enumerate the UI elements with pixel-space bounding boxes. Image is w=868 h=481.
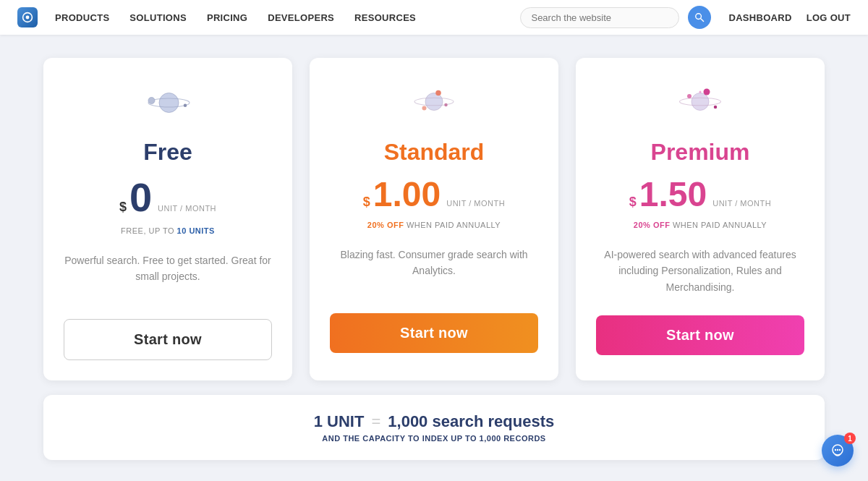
svg-line-3 (701, 19, 704, 22)
search-icon (694, 12, 705, 22)
price-unit-free: UNIT / MONTH (158, 204, 216, 213)
nav-link-developers[interactable]: DEVELOPERS (268, 12, 334, 23)
plan-name-free: Free (64, 139, 272, 166)
price-note-free-prefix: FREE, UP TO (121, 226, 177, 235)
svg-point-6 (148, 98, 155, 104)
plan-description-free: Powerful search. Free to get started. Gr… (64, 252, 272, 299)
start-now-free[interactable]: Start now (64, 319, 272, 360)
chat-icon (830, 443, 846, 459)
unit-equals: = (371, 412, 380, 431)
price-row-free: $ 0 UNIT / MONTH (64, 177, 272, 218)
price-dollar-standard: $ (363, 195, 370, 210)
svg-point-7 (184, 104, 187, 108)
search-area (520, 6, 711, 29)
nav-link-solutions[interactable]: SOLUTIONS (129, 12, 187, 23)
unit-info-box: 1 UNIT = 1,000 search requests AND THE C… (43, 395, 825, 460)
logo-icon (22, 12, 33, 23)
svg-point-8 (425, 93, 443, 111)
price-amount-free: 0 (129, 177, 152, 218)
nav-links: PRODUCTS SOLUTIONS PRICING DEVELOPERS RE… (55, 11, 416, 24)
price-row-premium: $ 1.50 UNIT / MONTH (596, 177, 804, 212)
nav-right: DASHBOARD LOG OUT (728, 12, 851, 23)
svg-point-15 (704, 89, 710, 95)
nav-link-resources[interactable]: RESOURCES (354, 12, 416, 23)
price-note-free: FREE, UP TO 10 UNITS (64, 226, 272, 235)
price-note-premium-when: WHEN PAID ANNUALLY (673, 221, 767, 229)
logout-link[interactable]: LOG OUT (807, 12, 851, 23)
nav-link-pricing[interactable]: PRICING (207, 12, 247, 23)
svg-point-22 (839, 449, 841, 451)
svg-point-20 (835, 449, 836, 451)
price-note-premium: 20% OFF WHEN PAID ANNUALLY (596, 221, 804, 229)
free-planet-icon (139, 81, 197, 124)
logo (17, 7, 38, 27)
start-now-standard[interactable]: Start now (330, 313, 538, 353)
price-note-premium-off: 20% OFF (634, 221, 673, 229)
plan-description-premium: AI-powered search with advanced features… (596, 247, 804, 295)
svg-point-11 (422, 106, 427, 111)
svg-point-17 (714, 106, 718, 109)
svg-point-13 (692, 93, 709, 111)
pricing-grid: Free $ 0 UNIT / MONTH FREE, UP TO 10 UNI… (43, 58, 825, 380)
search-input[interactable] (520, 7, 679, 28)
unit-sub: AND THE CAPACITY TO INDEX UP TO 1,000 RE… (72, 434, 796, 443)
svg-point-18 (699, 91, 702, 93)
price-note-standard-when: WHEN PAID ANNUALLY (407, 221, 501, 229)
svg-point-21 (837, 449, 838, 451)
standard-planet-icon (405, 81, 463, 124)
plan-name-premium: Premium (596, 139, 804, 166)
plan-card-free: Free $ 0 UNIT / MONTH FREE, UP TO 10 UNI… (43, 58, 292, 380)
nav-item-pricing[interactable]: PRICING (207, 11, 247, 24)
nav-item-products[interactable]: PRODUCTS (55, 11, 109, 24)
dashboard-link[interactable]: DASHBOARD (728, 12, 791, 23)
price-amount-standard: 1.00 (373, 177, 441, 212)
chat-badge: 1 (844, 433, 856, 444)
price-note-free-value: 10 UNITS (177, 226, 215, 235)
price-dollar-free: $ (119, 200, 127, 215)
nav-link-products[interactable]: PRODUCTS (55, 12, 109, 23)
start-now-premium[interactable]: Start now (596, 315, 804, 355)
price-row-standard: $ 1.00 UNIT / MONTH (330, 177, 538, 212)
svg-point-1 (26, 16, 30, 20)
plan-description-standard: Blazing fast. Consumer grade search with… (330, 247, 538, 293)
premium-planet-icon (671, 81, 729, 124)
main-content: Free $ 0 UNIT / MONTH FREE, UP TO 10 UNI… (0, 35, 868, 477)
price-unit-premium: UNIT / MONTH (712, 199, 771, 208)
price-dollar-premium: $ (629, 195, 637, 210)
search-button[interactable] (688, 6, 711, 29)
unit-sub-prefix: AND THE CAPACITY TO INDEX UP TO (322, 434, 477, 443)
price-note-standard: 20% OFF WHEN PAID ANNUALLY (330, 221, 538, 229)
unit-sub-value: 1,000 RECORDS (480, 434, 546, 443)
svg-point-4 (159, 93, 179, 113)
price-note-standard-off: 20% OFF (367, 221, 407, 229)
plan-card-standard: Standard $ 1.00 UNIT / MONTH 20% OFF WHE… (310, 58, 558, 380)
nav-item-resources[interactable]: RESOURCES (354, 11, 416, 24)
svg-point-16 (687, 94, 692, 98)
price-unit-standard: UNIT / MONTH (446, 199, 505, 208)
svg-point-10 (435, 90, 441, 96)
nav-item-solutions[interactable]: SOLUTIONS (129, 11, 187, 24)
unit-line: 1 UNIT = 1,000 search requests (72, 412, 796, 431)
unit-label: 1 UNIT (314, 412, 365, 431)
plan-card-premium: Premium $ 1.50 UNIT / MONTH 20% OFF WHEN… (576, 58, 825, 380)
unit-value: 1,000 search requests (388, 412, 554, 431)
nav-item-developers[interactable]: DEVELOPERS (268, 11, 334, 24)
navbar: PRODUCTS SOLUTIONS PRICING DEVELOPERS RE… (0, 0, 868, 35)
chat-button[interactable]: 1 (822, 435, 854, 467)
svg-point-12 (444, 103, 448, 107)
plan-name-standard: Standard (330, 139, 538, 166)
price-amount-premium: 1.50 (639, 177, 707, 212)
